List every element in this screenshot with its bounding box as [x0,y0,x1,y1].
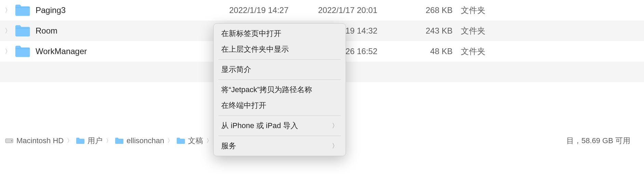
date-created: 2022/1/17 20:01 [289,5,377,15]
chevron-right-icon: 〉 [332,122,338,130]
breadcrumb-users[interactable]: 用户 [76,136,103,146]
breadcrumb-label: 文稿 [188,136,203,146]
chevron-right-icon: 〉 [106,137,111,145]
file-kind: 文件夹 [453,5,502,16]
menu-open-in-terminal[interactable]: 在终端中打开 [214,98,346,113]
file-size: 243 KB [377,26,453,36]
folder-icon [14,24,31,38]
menu-import-from-device[interactable]: 从 iPhone 或 iPad 导入〉 [214,118,346,134]
folder-icon [115,137,124,145]
breadcrumb-label: ellisonchan [126,136,164,145]
file-name: Paging3 [36,5,200,15]
folder-icon [176,137,185,145]
folder-icon [14,45,31,58]
menu-label: 服务 [221,141,236,151]
breadcrumb-label: 用户 [88,136,103,146]
finder-window: 〉 Paging3 2022/1/19 14:27 2022/1/17 20:0… [0,0,644,174]
file-name: WorkManager [36,47,200,56]
context-menu: 在新标签页中打开 在上层文件夹中显示 显示简介 将“Jetpack”拷贝为路径名… [213,23,346,156]
date-modified: 2022/1/19 14:27 [200,5,289,15]
file-size: 48 KB [377,47,453,56]
menu-divider [218,59,341,60]
chevron-right-icon: 〉 [167,137,173,145]
breadcrumb-user[interactable]: ellisonchan [115,136,164,145]
menu-divider [218,115,341,116]
menu-label: 显示简介 [221,64,251,75]
file-kind: 文件夹 [453,46,502,57]
menu-label: 在终端中打开 [221,100,266,111]
menu-label: 将“Jetpack”拷贝为路径名称 [221,85,312,95]
chevron-right-icon: 〉 [206,137,212,145]
menu-label: 在上层文件夹中显示 [221,44,289,54]
disk-icon [5,137,14,145]
disclosure-triangle-icon[interactable]: 〉 [5,27,11,35]
table-row[interactable]: 〉 Paging3 2022/1/19 14:27 2022/1/17 20:0… [0,0,644,21]
file-kind: 文件夹 [453,25,502,36]
menu-copy-as-path[interactable]: 将“Jetpack”拷贝为路径名称 [214,82,346,98]
svg-point-1 [11,140,12,141]
disclosure-triangle-icon[interactable]: 〉 [5,6,11,14]
folder-icon [76,137,85,145]
chevron-right-icon: 〉 [332,142,338,150]
menu-label: 在新标签页中打开 [221,28,281,39]
menu-get-info[interactable]: 显示简介 [214,62,346,77]
menu-services[interactable]: 服务〉 [214,138,346,154]
breadcrumb-label: Macintosh HD [16,136,64,145]
menu-show-in-parent[interactable]: 在上层文件夹中显示 [214,41,346,57]
breadcrumb-disk[interactable]: Macintosh HD [5,136,64,145]
file-name: Room [36,26,200,36]
chevron-right-icon: 〉 [67,137,72,145]
folder-icon [14,3,31,17]
disclosure-triangle-icon[interactable]: 〉 [5,47,11,55]
menu-label: 从 iPhone 或 iPad 导入 [221,121,298,131]
menu-open-new-tab[interactable]: 在新标签页中打开 [214,26,346,41]
menu-divider [218,79,341,80]
breadcrumb-documents[interactable]: 文稿 [176,136,203,146]
menu-divider [218,136,341,136]
file-size: 268 KB [377,5,453,15]
